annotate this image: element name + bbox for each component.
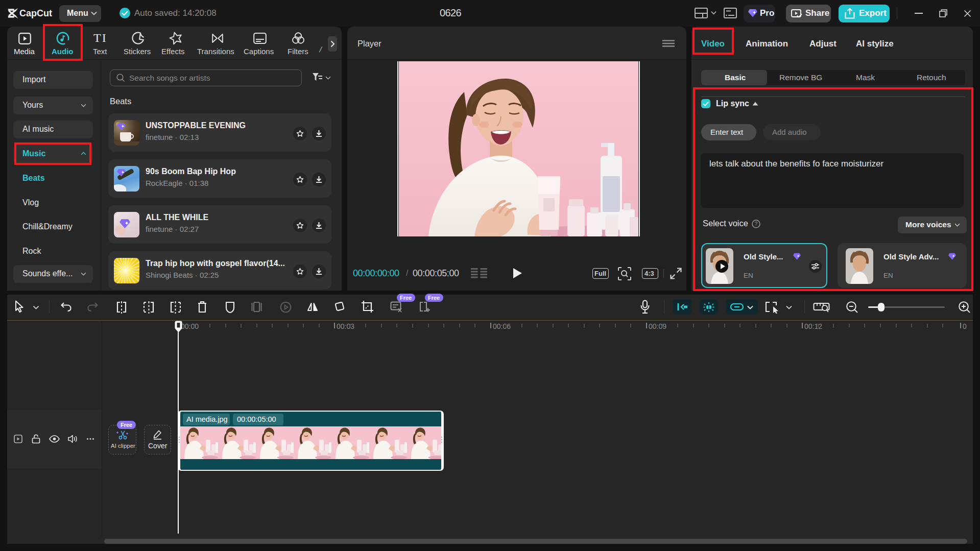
svg-text:?: ?	[755, 221, 758, 227]
